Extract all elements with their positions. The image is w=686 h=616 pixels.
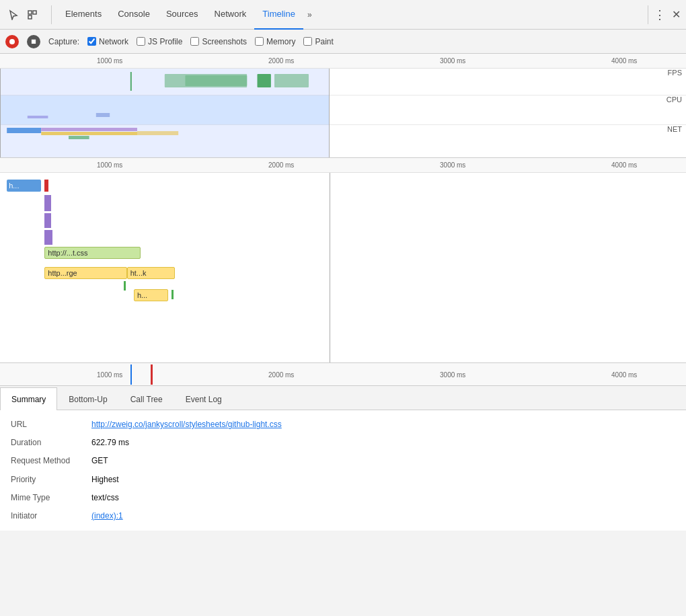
priority-row: Priority Highest	[0, 471, 686, 489]
checkbox-paint[interactable]: Paint	[303, 37, 333, 46]
svg-rect-12	[7, 128, 41, 133]
svg-rect-2	[28, 15, 32, 19]
jsprofile-label: JS Profile	[148, 37, 182, 46]
req-marker-red	[44, 180, 48, 192]
scrubber-blue-line	[130, 364, 132, 385]
timeline-overview: 1000 ms 2000 ms 3000 ms 4000 ms FPS CPU	[0, 54, 686, 158]
svg-rect-16	[137, 131, 178, 135]
duration-value: 622.79 ms	[91, 436, 129, 449]
url-row: URL http://zweig.co/jankyscroll/styleshe…	[0, 416, 686, 434]
network-label: Network	[99, 37, 128, 46]
s-tick-2000: 2000 ms	[268, 371, 294, 379]
initiator-row: Initiator (index):1	[0, 507, 686, 525]
tab-more-button[interactable]: »	[303, 0, 316, 30]
svg-point-3	[9, 39, 15, 44]
tab-call-tree[interactable]: Call Tree	[119, 387, 174, 410]
capture-label: Capture:	[48, 37, 79, 46]
checkbox-network[interactable]: Network	[87, 37, 128, 46]
checkbox-jsprofile[interactable]: JS Profile	[137, 37, 182, 46]
tick-3000: 3000 ms	[440, 57, 465, 65]
w-tick-3000: 3000 ms	[440, 161, 465, 169]
scrubber-ruler: 1000 ms 2000 ms 3000 ms 4000 ms	[0, 363, 686, 386]
network-checkbox[interactable]	[87, 37, 96, 46]
svg-rect-7	[185, 75, 247, 86]
priority-key: Priority	[11, 473, 91, 486]
url-value[interactable]: http://zweig.co/jankyscroll/stylesheets/…	[91, 418, 282, 431]
more-options-icon[interactable]: ⋮	[654, 7, 666, 22]
req-bar-purple-3	[44, 230, 52, 245]
checkbox-memory[interactable]: Memory	[255, 37, 295, 46]
mime-row: Mime Type text/css	[0, 489, 686, 507]
tab-timeline[interactable]: Timeline	[254, 0, 303, 30]
capture-bar: ⏹ Capture: Network JS Profile Screenshot…	[0, 30, 686, 54]
svg-rect-1	[33, 11, 36, 14]
req-bar-purple-1	[44, 195, 51, 211]
mime-value: text/css	[91, 492, 119, 504]
req-tick-green	[124, 281, 126, 291]
tick-1000: 1000 ms	[97, 57, 122, 65]
req-bar-purple-2	[44, 213, 51, 228]
toolbar-separator-1	[51, 5, 52, 24]
screenshots-checkbox[interactable]	[190, 37, 199, 46]
req-tick-green-2	[172, 290, 174, 299]
request-js-2[interactable]: ht...k	[127, 267, 175, 279]
screenshots-label: Screenshots	[202, 37, 247, 46]
record-button[interactable]	[5, 35, 19, 48]
tab-elements[interactable]: Elements	[57, 0, 110, 30]
toolbar-icons	[5, 7, 40, 23]
url-key: URL	[11, 418, 91, 431]
request-js-1[interactable]: http...rge	[44, 267, 126, 279]
request-css[interactable]: http://...t.css	[44, 247, 141, 259]
net-track: NET	[0, 125, 686, 143]
initiator-value[interactable]: (index):1	[91, 510, 123, 523]
tab-event-log[interactable]: Event Log	[174, 387, 233, 410]
cpu-chart	[0, 95, 686, 124]
s-tick-1000: 1000 ms	[97, 371, 122, 379]
paint-label: Paint	[315, 37, 333, 46]
summary-panel: URL http://zweig.co/jankyscroll/styleshe…	[0, 410, 686, 531]
cpu-track: CPU	[0, 95, 686, 125]
tab-sources[interactable]: Sources	[158, 0, 206, 30]
s-tick-3000: 3000 ms	[440, 371, 465, 379]
tab-network[interactable]: Network	[206, 0, 255, 30]
method-row: Request Method GET	[0, 452, 686, 470]
tab-bottom-up[interactable]: Bottom-Up	[57, 387, 118, 410]
tick-2000: 2000 ms	[268, 57, 294, 65]
svg-rect-15	[69, 136, 89, 139]
network-waterfall[interactable]: 1000 ms 2000 ms 3000 ms 4000 ms h... htt…	[0, 158, 686, 363]
waterfall-ruler: 1000 ms 2000 ms 3000 ms 4000 ms	[0, 158, 686, 173]
cursor-icon[interactable]	[5, 7, 22, 23]
toolbar-right: ⋮ ✕	[654, 7, 681, 22]
s-tick-4000: 4000 ms	[611, 371, 637, 379]
svg-rect-13	[41, 128, 137, 131]
paint-checkbox[interactable]	[303, 37, 312, 46]
duration-key: Duration	[11, 436, 91, 449]
svg-rect-11	[0, 95, 330, 124]
net-label: NET	[667, 125, 682, 133]
svg-rect-4	[130, 72, 132, 91]
initiator-key: Initiator	[11, 510, 91, 523]
w-tick-4000: 4000 ms	[611, 161, 637, 169]
tab-console[interactable]: Console	[110, 0, 158, 30]
checkbox-screenshots[interactable]: Screenshots	[190, 37, 247, 46]
jsprofile-checkbox[interactable]	[137, 37, 145, 46]
memory-checkbox[interactable]	[255, 37, 264, 46]
method-value: GET	[91, 455, 108, 467]
stop-button[interactable]: ⏹	[27, 35, 40, 48]
cpu-label: CPU	[666, 95, 682, 104]
close-icon[interactable]: ✕	[672, 8, 681, 21]
request-js-3[interactable]: h...	[134, 289, 168, 301]
request-html[interactable]: h...	[7, 180, 41, 192]
scrubber-red-line	[151, 364, 153, 385]
w-tick-2000: 2000 ms	[268, 161, 294, 169]
priority-value: Highest	[91, 473, 119, 486]
scrubber-area[interactable]: 1000 ms 2000 ms 3000 ms 4000 ms	[0, 363, 686, 386]
selection-line	[330, 173, 330, 362]
tab-summary[interactable]: Summary	[0, 387, 57, 410]
overview-ruler: 1000 ms 2000 ms 3000 ms 4000 ms	[0, 54, 686, 69]
w-tick-1000: 1000 ms	[97, 161, 122, 169]
devtools-tabs: Elements Console Sources Network Timelin…	[57, 0, 642, 30]
inspect-icon[interactable]	[24, 7, 40, 23]
fps-track: FPS	[0, 69, 686, 95]
svg-rect-0	[28, 11, 32, 14]
